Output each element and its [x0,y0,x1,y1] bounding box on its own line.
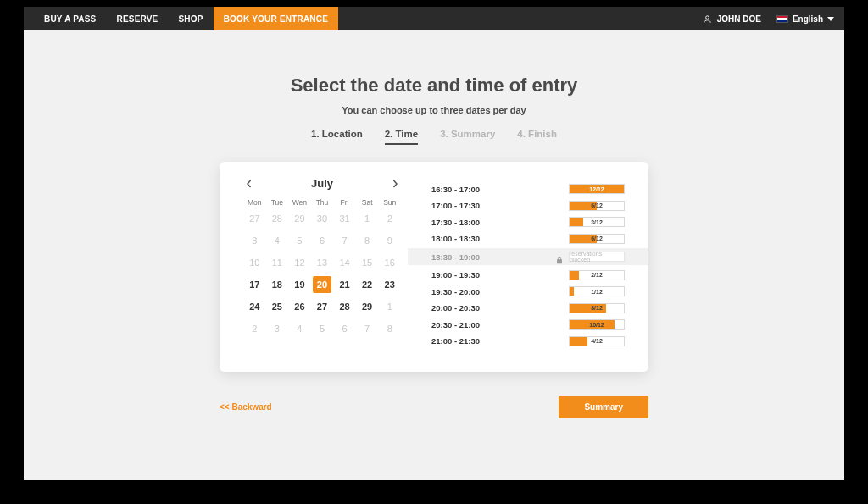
slot-time-label: 19:00 - 19:30 [431,270,480,280]
calendar-day: 1 [358,210,376,227]
step-time[interactable]: 2. Time [385,129,418,145]
calendar-day[interactable]: 26 [290,298,309,315]
slot-availability-button[interactable]: 10/12 [569,319,625,330]
calendar-day: 29 [290,210,309,227]
calendar-day[interactable]: 23 [381,276,399,293]
calendar-day: 6 [336,320,354,337]
calendar-day: 28 [268,210,287,227]
calendar-day: 8 [358,232,376,249]
step-summary: 3. Summary [440,129,495,145]
calendar-day[interactable]: 24 [245,298,264,315]
next-month-button[interactable] [389,178,401,190]
calendar-day: 2 [381,210,399,227]
language-selector[interactable]: English [776,14,834,24]
calendar-day[interactable]: 22 [358,276,376,293]
slot-availability-button[interactable]: 1/12 [569,286,625,296]
slot-availability-button[interactable]: 4/12 [569,336,625,346]
slot-availability-button[interactable]: 8/12 [569,303,625,313]
calendar-day: 5 [313,320,331,337]
dow-label: Fri [333,198,356,207]
calendar-day[interactable]: 29 [358,298,376,315]
slot-time-label: 16:30 - 17:00 [431,185,480,194]
user-icon [703,14,712,24]
slot-availability-label: 2/12 [570,272,624,278]
calendar-day: 4 [268,232,287,249]
calendar-month: July [311,177,333,190]
user-menu[interactable]: JOHN DOE [703,14,761,24]
slot-time-label: 17:30 - 18:00 [431,218,480,227]
calendar-day: 10 [245,254,264,271]
calendar-day[interactable]: 25 [268,298,287,315]
slot-availability-label: 3/12 [570,219,624,225]
booking-card: July MonTueWenThuFriSatSun 2728293031123… [220,162,648,372]
calendar-day: 7 [336,232,354,249]
summary-button[interactable]: Summary [559,396,648,418]
dow-label: Wen [288,198,311,207]
slot-time-label: 20:30 - 21:00 [431,320,480,330]
slot-availability-label: 6/12 [570,235,624,241]
calendar-day: 27 [245,210,264,227]
language-label: English [793,14,823,24]
calendar-day: 11 [268,254,287,271]
dow-label: Sun [378,198,401,207]
calendar-day: 8 [381,320,399,337]
time-slot: 17:30 - 18:003/12 [431,215,625,229]
calendar-day[interactable]: 28 [336,298,354,315]
slot-time-label: 18:00 - 18:30 [431,234,480,243]
slot-availability-button[interactable]: 6/12 [569,201,625,211]
slot-availability-label: 8/12 [570,305,624,311]
calendar-day: 2 [245,320,264,337]
slot-availability-label: 10/12 [570,322,624,328]
calendar: July MonTueWenThuFriSatSun 2728293031123… [243,177,401,348]
nav-item-buy-a-pass[interactable]: BUY A PASS [34,7,106,30]
slot-availability-button[interactable]: 3/12 [569,217,625,227]
step-location[interactable]: 1. Location [311,129,363,145]
time-slot: 20:00 - 20:308/12 [431,302,625,315]
dow-label: Thu [311,198,334,207]
calendar-day: 16 [381,254,399,271]
dow-label: Sat [356,198,379,207]
time-slot: 21:00 - 21:304/12 [431,335,625,348]
calendar-day[interactable]: 19 [290,276,309,293]
slot-availability-button[interactable]: 6/12 [569,234,625,244]
nav-item-shop[interactable]: SHOP [168,7,213,30]
page-subtitle: You can choose up to three dates per day [342,105,526,115]
time-slot: 17:00 - 17:306/12 [431,199,625,213]
step-finish: 4. Finish [517,129,557,145]
calendar-day[interactable]: 18 [268,276,287,293]
time-slot: 19:00 - 19:302/12 [431,269,625,282]
time-slot: 18:00 - 18:306/12 [431,232,625,246]
slot-availability-button[interactable]: 2/12 [569,270,625,280]
time-slot: 18:30 - 19:00reservations blocked [408,248,648,265]
calendar-day: 3 [268,320,287,337]
calendar-day: 13 [313,254,331,271]
user-name: JOHN DOE [717,14,761,24]
prev-month-button[interactable] [243,178,255,190]
calendar-day: 12 [290,254,309,271]
wizard-steps: 1. Location2. Time3. Summary4. Finish [311,129,557,145]
back-button[interactable]: << Backward [220,402,272,412]
slot-time-label: 20:00 - 20:30 [431,303,480,313]
calendar-day: 30 [313,210,331,227]
calendar-day: 7 [358,320,376,337]
calendar-day: 6 [313,232,331,249]
calendar-day[interactable]: 21 [336,276,354,293]
calendar-day[interactable]: 27 [313,298,331,315]
dow-label: Mon [243,198,266,207]
calendar-day: 3 [245,232,264,249]
calendar-day: 5 [290,232,309,249]
calendar-day: 14 [336,254,354,271]
nav-item-reserve[interactable]: RESERVE [106,7,168,30]
slot-availability-label: 4/12 [570,338,624,344]
calendar-day: 31 [336,210,354,227]
calendar-day: 9 [381,232,399,249]
calendar-day[interactable]: 17 [245,276,264,293]
time-slot: 16:30 - 17:0012/12 [431,182,625,196]
chevron-down-icon [827,17,834,21]
calendar-day[interactable]: 20 [313,276,331,293]
slot-time-label: 21:00 - 21:30 [431,336,480,346]
slot-time-label: 17:00 - 17:30 [431,201,480,210]
nav-item-book-your-entrance[interactable]: BOOK YOUR ENTRANCE [214,7,338,30]
slot-availability-label: 6/12 [570,202,624,208]
slot-availability-button[interactable]: 12/12 [569,184,625,194]
